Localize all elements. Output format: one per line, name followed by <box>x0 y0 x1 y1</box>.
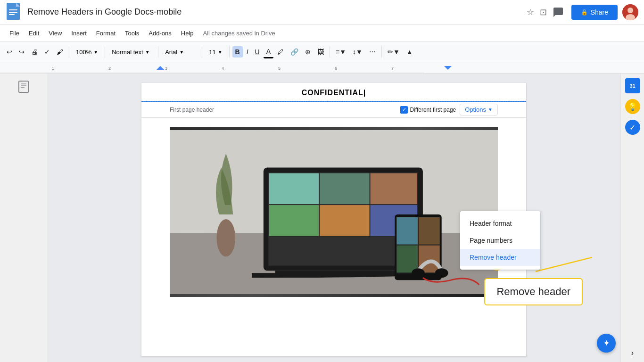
divider-2 <box>105 46 105 58</box>
svg-rect-37 <box>396 246 418 273</box>
svg-text:3: 3 <box>165 66 167 71</box>
tasks-icon[interactable]: ✓ <box>625 120 640 135</box>
calendar-icon[interactable]: 31 <box>625 78 640 93</box>
menu-format[interactable]: Format <box>92 28 119 39</box>
svg-rect-36 <box>419 217 440 245</box>
chevron-down-icon-2: ▼ <box>145 49 150 55</box>
menu-file[interactable]: File <box>6 28 23 39</box>
chevron-down-icon-5: ▼ <box>488 107 493 112</box>
underline-button[interactable]: U <box>252 46 263 58</box>
menu-tools[interactable]: Tools <box>121 28 143 39</box>
divider-7 <box>381 46 382 58</box>
line-spacing-button[interactable]: ↕▼ <box>350 46 365 58</box>
image-button[interactable]: 🖼 <box>314 46 327 58</box>
auto-save-text: All changes saved in Drive <box>203 30 275 37</box>
star-icon[interactable]: ☆ <box>527 7 534 17</box>
scroll-right-arrow[interactable]: › <box>631 349 634 357</box>
collapse-toolbar-button[interactable]: ▲ <box>404 46 416 58</box>
dropdown-item-page-numbers[interactable]: Page numbers <box>460 232 540 249</box>
svg-point-6 <box>627 8 633 13</box>
zoom-dropdown[interactable]: 100% ▼ <box>72 47 102 58</box>
svg-point-40 <box>435 268 448 278</box>
font-dropdown[interactable]: Arial ▼ <box>161 47 199 58</box>
svg-point-23 <box>216 219 235 257</box>
svg-text:1: 1 <box>52 66 54 71</box>
highlight-button[interactable]: 🖊 <box>274 46 287 58</box>
italic-button[interactable]: I <box>244 46 251 58</box>
remove-header-callout: Remove header <box>484 278 583 305</box>
menu-insert[interactable]: Insert <box>67 28 91 39</box>
svg-rect-26 <box>269 173 319 204</box>
svg-rect-3 <box>9 12 17 13</box>
header-controls: ✓ Different first page Options ▼ <box>400 104 498 115</box>
comment-icon[interactable] <box>550 4 567 21</box>
menu-help[interactable]: Help <box>177 28 198 39</box>
dropdown-item-header-format[interactable]: Header format <box>460 215 540 232</box>
font-size-dropdown[interactable]: 11 ▼ <box>205 47 226 58</box>
svg-text:2: 2 <box>108 66 111 71</box>
svg-rect-30 <box>320 205 369 236</box>
divider-4 <box>202 46 202 58</box>
paint-format-button[interactable]: 🖌 <box>54 46 66 58</box>
svg-rect-28 <box>371 173 417 204</box>
align-button[interactable]: ≡▼ <box>333 46 349 58</box>
menu-bar: File Edit View Insert Format Tools Add-o… <box>0 25 644 41</box>
bold-button[interactable]: B <box>232 46 243 58</box>
options-button[interactable]: Options ▼ <box>460 104 498 115</box>
different-first-page-checkbox[interactable]: ✓ Different first page <box>400 106 456 114</box>
first-page-header-label: First page header <box>170 107 214 113</box>
svg-marker-15 <box>157 66 164 70</box>
style-dropdown[interactable]: Normal text ▼ <box>108 47 155 58</box>
checkbox-checked-icon: ✓ <box>400 106 408 114</box>
doc-scroll[interactable]: CONFIDENTIAL| First page header ✓ Differ… <box>47 74 620 362</box>
edit-pen-button[interactable]: ✏▼ <box>385 46 403 58</box>
svg-point-39 <box>412 268 425 278</box>
svg-rect-17 <box>19 81 28 92</box>
left-sidebar <box>0 74 47 362</box>
divider-5 <box>229 46 230 58</box>
insert-button[interactable]: ⊕ <box>302 46 314 58</box>
menu-edit[interactable]: Edit <box>25 28 43 39</box>
print-button[interactable]: 🖨 <box>28 46 41 58</box>
chevron-down-icon: ▼ <box>93 49 98 55</box>
svg-rect-2 <box>9 9 17 10</box>
page-view-tool[interactable] <box>15 78 32 95</box>
lightbulb-icon[interactable]: 💡 <box>625 99 640 114</box>
header-zone: CONFIDENTIAL| <box>141 83 526 101</box>
folder-icon[interactable]: ⊡ <box>540 7 547 17</box>
title-actions: 🔒 Share <box>550 4 638 21</box>
toolbar: ↩ ↪ 🖨 ✓ 🖌 100% ▼ Normal text ▼ Arial ▼ 1… <box>0 41 644 62</box>
text-color-button[interactable]: A <box>264 46 273 58</box>
dropdown-item-remove-header[interactable]: Remove header <box>460 249 540 266</box>
svg-rect-4 <box>9 14 15 15</box>
menu-view[interactable]: View <box>45 28 66 39</box>
share-button[interactable]: 🔒 Share <box>571 5 618 20</box>
divider-3 <box>158 46 158 58</box>
main-layout: CONFIDENTIAL| First page header ✓ Differ… <box>0 74 644 362</box>
chevron-down-icon-3: ▼ <box>179 49 184 55</box>
doc-image <box>170 127 498 297</box>
undo-button[interactable]: ↩ <box>4 46 15 58</box>
more-options-button[interactable]: ⋯ <box>366 46 379 58</box>
doc-icon <box>6 3 23 22</box>
options-dropdown: Header format Page numbers Remove header <box>460 211 540 270</box>
link-button[interactable]: 🔗 <box>288 46 301 58</box>
svg-rect-29 <box>269 205 319 236</box>
ruler: 1 2 3 4 5 6 7 <box>0 62 644 74</box>
svg-line-41 <box>536 257 592 272</box>
svg-text:4: 4 <box>222 66 224 71</box>
title-bar: Remove Headers in Google Docs-mobile ☆ ⊡… <box>0 0 644 25</box>
doc-title: Remove Headers in Google Docs-mobile <box>27 7 524 17</box>
svg-text:6: 6 <box>335 66 337 71</box>
menu-addons[interactable]: Add-ons <box>145 28 175 39</box>
svg-marker-16 <box>444 66 452 70</box>
divider-1 <box>69 46 69 58</box>
ai-assistant-button[interactable]: ✦ <box>597 334 616 353</box>
redo-button[interactable]: ↪ <box>16 46 27 58</box>
chevron-down-icon-4: ▼ <box>218 49 223 55</box>
svg-text:7: 7 <box>391 66 394 71</box>
header-label-bar: First page header ✓ Different first page… <box>141 101 526 118</box>
svg-rect-27 <box>320 173 369 204</box>
svg-text:5: 5 <box>278 66 281 71</box>
spellcheck-button[interactable]: ✓ <box>41 46 53 58</box>
